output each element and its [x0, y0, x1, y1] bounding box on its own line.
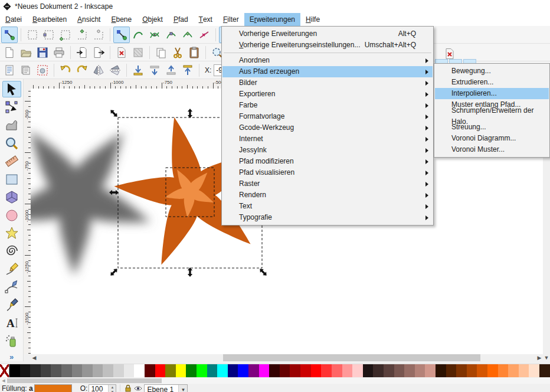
selection-handle-bottom-right[interactable]	[258, 267, 268, 277]
paste-button[interactable]	[186, 44, 202, 61]
palette-swatch[interactable]	[124, 364, 135, 377]
snap-path-button[interactable]	[130, 27, 146, 43]
palette-swatch[interactable]	[197, 364, 207, 377]
opacity-spinbox[interactable]: 100 ▲▼	[89, 384, 116, 392]
palette-swatch[interactable]	[207, 364, 218, 377]
selection-handle-top-left[interactable]	[109, 108, 119, 118]
palette-swatch[interactable]	[82, 364, 93, 377]
submenu-item-schrumpfen-erweitern-der-halo[interactable]: Schrumpfen/Erweitern der Halo.	[435, 110, 549, 122]
palette-swatch[interactable]	[103, 364, 113, 377]
palette-swatch[interactable]	[363, 364, 374, 377]
spray-tool-button[interactable]	[2, 333, 21, 349]
palette-scroll-thumb[interactable]	[7, 378, 162, 383]
print-button[interactable]	[51, 44, 67, 61]
blurred-gray-starfish[interactable]	[31, 130, 151, 276]
submenu-item-voronoi-diagramm[interactable]: Voronoi Diagramm...	[435, 133, 549, 144]
menubar-item-ansicht[interactable]: Ansicht	[72, 13, 106, 26]
rectangle-tool-button[interactable]	[2, 171, 21, 187]
palette-swatch[interactable]	[20, 364, 31, 377]
ellipse-tool-button[interactable]	[2, 207, 21, 223]
spin-arrows[interactable]: ▲▼	[108, 385, 116, 392]
palette-swatch[interactable]	[425, 364, 436, 377]
measure-tool-button[interactable]	[2, 153, 21, 169]
scroll-left-arrow[interactable]: ◀	[31, 354, 38, 361]
menubar-item-objekt[interactable]: Objekt	[137, 13, 168, 26]
deselect-button[interactable]	[34, 62, 51, 79]
palette-swatch[interactable]	[228, 364, 238, 377]
palette-swatch[interactable]	[238, 364, 248, 377]
snap-bbox-center-button[interactable]	[90, 27, 107, 43]
snap-bbox-edge-button[interactable]	[41, 27, 57, 43]
palette-swatch[interactable]	[134, 364, 145, 377]
zoom-tool-button[interactable]	[2, 135, 21, 151]
import-button[interactable]	[74, 44, 90, 61]
calligraphy-tool-button[interactable]	[2, 297, 21, 313]
menu-item-jessyink[interactable]: JessyInk	[222, 145, 433, 156]
selector-tool-button[interactable]	[2, 81, 21, 97]
menubar-item-ebene[interactable]: Ebene	[106, 13, 137, 26]
palette-swatch[interactable]	[436, 364, 446, 377]
menu-item-rendern[interactable]: Rendern	[222, 190, 433, 201]
palette-swatch[interactable]	[248, 364, 259, 377]
raise-button[interactable]	[163, 62, 179, 79]
node-editor-tool-button[interactable]	[2, 99, 21, 115]
submenu-item-extrudieren[interactable]: Extrudieren...	[435, 77, 549, 88]
revert-button[interactable]	[113, 44, 130, 61]
palette-swatch[interactable]	[415, 364, 425, 377]
submenu-item-streuung[interactable]: Streuung...	[435, 122, 549, 133]
horizontal-scrollbar[interactable]: ◀ ▶	[24, 354, 543, 361]
document-close-button[interactable]	[441, 45, 458, 62]
flip-h-button[interactable]	[90, 62, 107, 79]
palette-swatch[interactable]	[300, 364, 311, 377]
rotate-cw-button[interactable]	[74, 62, 90, 79]
fill-color-swatch[interactable]	[34, 384, 72, 392]
text-tool-button[interactable]	[2, 315, 21, 331]
palette-swatch[interactable]	[72, 364, 83, 377]
menubar-item-filter[interactable]: Filter	[218, 13, 244, 26]
raise-top-button[interactable]	[179, 62, 196, 79]
select-all-button[interactable]	[1, 62, 18, 79]
menubar-item-bearbeiten[interactable]: Bearbeiten	[27, 13, 72, 26]
menu-item-aus-pfad-erzeugen[interactable]: Aus Pfad erzeugen	[222, 66, 433, 77]
copy-button[interactable]	[153, 44, 169, 61]
menubar-item-text[interactable]: Text	[194, 13, 218, 26]
palette-swatch[interactable]	[373, 364, 384, 377]
open-button[interactable]	[18, 44, 34, 61]
spiral-tool-button[interactable]	[2, 243, 21, 259]
snap-line-midpoint-button[interactable]	[196, 27, 212, 43]
submenu-item-voronoi-muster[interactable]: Voronoi Muster...	[435, 144, 549, 155]
menu-item-internet[interactable]: Internet	[222, 133, 433, 145]
menu-item-gcode-werkzeug[interactable]: Gcode-Werkzeug	[222, 122, 433, 133]
palette-swatch[interactable]	[321, 364, 332, 377]
snap-bbox-midpoint-button[interactable]	[74, 27, 90, 43]
selection-handle-bottom-left[interactable]	[109, 267, 119, 277]
export-button[interactable]	[90, 44, 107, 61]
palette-swatch[interactable]	[508, 364, 519, 377]
menu-item-exportieren[interactable]: Exportieren	[222, 89, 433, 100]
palette-swatch[interactable]	[30, 364, 41, 377]
select-layers-button[interactable]	[18, 62, 34, 79]
snap-bbox-button[interactable]	[24, 27, 41, 43]
tweak-tool-button[interactable]	[2, 117, 21, 133]
pencil-tool-button[interactable]	[2, 261, 21, 277]
palette-swatch[interactable]	[342, 364, 353, 377]
menu-item-typografie[interactable]: Typografie	[222, 212, 433, 223]
snap-global-button[interactable]	[1, 27, 18, 43]
palette-swatch[interactable]	[332, 364, 342, 377]
star-tool-button[interactable]	[2, 225, 21, 241]
palette-swatch-none[interactable]	[0, 364, 9, 377]
menu-item-bilder[interactable]: Bilder	[222, 77, 433, 89]
submenu-item-interpolieren[interactable]: Interpolieren...	[435, 88, 549, 99]
palette-swatch[interactable]	[487, 364, 498, 377]
palette-swatch[interactable]	[352, 364, 363, 377]
menubar-item-erweiterungen[interactable]: Erweiterungen	[244, 13, 300, 26]
flip-v-button[interactable]	[107, 62, 123, 79]
palette-swatch[interactable]	[456, 364, 467, 377]
lower-bottom-button[interactable]	[130, 62, 146, 79]
palette-scroll-left-arrow[interactable]: ◀	[0, 378, 7, 384]
palette-swatch[interactable]	[259, 364, 270, 377]
palette-swatch[interactable]	[217, 364, 228, 377]
rotate-ccw-button[interactable]	[57, 62, 74, 79]
palette-swatch[interactable]	[9, 364, 20, 377]
cut-button[interactable]	[169, 44, 186, 61]
